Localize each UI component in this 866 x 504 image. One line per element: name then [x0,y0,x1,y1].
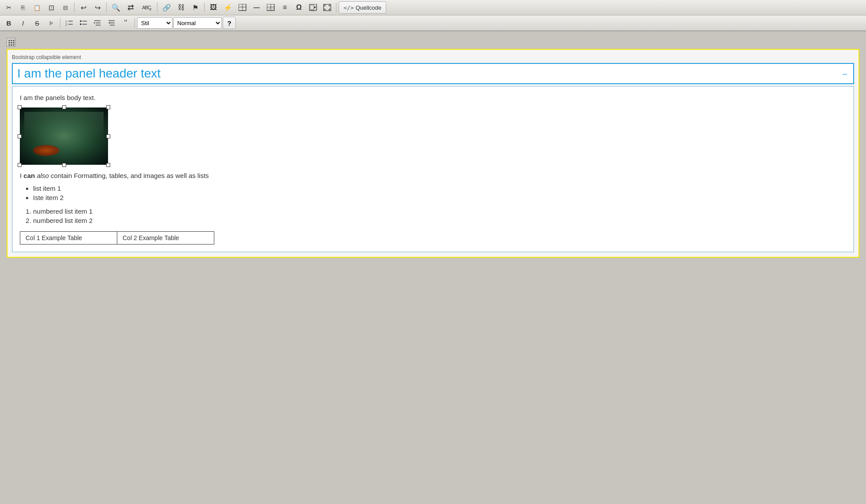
editor-area: Bootstrap collapsible element I am the p… [0,31,866,504]
panel-header-text[interactable]: I am the panel header text [17,67,161,81]
svg-marker-22 [94,22,95,24]
italic-button[interactable]: I [16,17,30,29]
handle-bottom-center[interactable] [62,163,66,167]
outdent-button[interactable] [105,17,118,29]
spellcheck-button[interactable]: ABC✓ [138,1,155,14]
media-button[interactable] [306,1,320,14]
svg-text:1.: 1. [65,20,68,23]
list-item: list item 1 [33,185,846,192]
svg-point-9 [314,7,316,8]
cut-button[interactable]: ✂ [2,1,15,14]
toolbar-row-2: B I S Ix 1.2. " Stil Normal Heading 1 He… [0,15,866,31]
handle-top-center[interactable] [62,105,66,109]
svg-point-15 [80,20,82,22]
help-button[interactable]: ? [223,17,236,29]
link-button[interactable]: 🔗 [160,1,174,14]
handle-bottom-left[interactable] [18,163,22,167]
unlink-button[interactable]: ⛓ [175,1,188,14]
handle-top-left[interactable] [18,105,22,109]
strikethrough-button[interactable]: S [30,17,44,29]
image-container[interactable] [20,107,108,165]
table-button[interactable] [236,1,249,14]
move-handle[interactable] [7,38,15,47]
paste-text-button[interactable]: ⊟ [59,1,72,14]
bold-button[interactable]: B [2,17,15,29]
bullet-list: list item 1 Iste item 2 [33,185,846,201]
paste-word-button[interactable]: ⊡ [45,1,58,14]
table-row: Col 1 Example Table Col 2 Example Table [20,232,214,245]
panel-body-text: I am the panels body text. [20,94,846,101]
svg-rect-8 [310,5,314,10]
collapsible-label: Bootstrap collapsible element [12,54,854,60]
formatting-text: I can also contain Formatting, tables, a… [20,172,846,179]
svg-text:2.: 2. [65,23,68,26]
svg-point-17 [80,23,82,25]
list-item: Iste item 2 [33,194,846,201]
paste-button[interactable]: 📋 [30,1,44,14]
copy-button[interactable]: ⎘ [16,1,30,14]
table-cell-col1: Col 1 Example Table [20,232,117,245]
handle-bottom-right[interactable] [106,163,110,167]
hr-button[interactable]: — [250,1,263,14]
quellcode-label: Quellcode [355,4,381,11]
italic-text: also [37,172,49,179]
handle-top-right[interactable] [106,105,110,109]
indent-button[interactable] [91,17,104,29]
collapsible-container: Bootstrap collapsible element I am the p… [7,49,859,258]
separator-4 [204,3,205,12]
fullscreen-button[interactable] [321,1,334,14]
undo-button[interactable]: ↩ [77,1,90,14]
separator-6 [60,18,60,28]
find-button[interactable]: 🔍 [109,1,123,14]
table-props-button[interactable] [264,1,277,14]
handle-middle-right[interactable] [106,134,110,138]
separator-1 [74,3,75,12]
list-icon-button[interactable]: ≡ [278,1,291,14]
separator-7 [134,18,135,28]
separator-2 [106,3,107,12]
separator-3 [157,3,157,12]
source-icon: </> [343,4,354,11]
special-chars-button[interactable]: Ω [292,1,306,14]
list-item: numbered list item 1 [33,208,846,215]
subscript-button[interactable]: Ix [45,17,58,29]
panel-collapse-button[interactable]: – [841,70,849,78]
format-select[interactable]: Normal Heading 1 Heading 2 Heading 3 [173,17,222,29]
numbered-list: numbered list item 1 numbered list item … [33,208,846,224]
table-cell-col2: Col 2 Example Table [117,232,214,245]
panel-header: I am the panel header text – [12,63,854,84]
bold-text: can [23,172,35,179]
ordered-list-button[interactable]: 1.2. [63,17,76,29]
cave-image [20,107,108,165]
list-item: numbered list item 2 [33,217,846,224]
separator-5 [336,3,336,12]
redo-button[interactable]: ↪ [91,1,104,14]
svg-marker-26 [108,22,110,24]
style-select[interactable]: Stil [137,17,172,29]
handle-middle-left[interactable] [18,134,22,138]
quellcode-button[interactable]: </> Quellcode [339,1,386,14]
anchor-button[interactable]: ⚑ [189,1,202,14]
example-table: Col 1 Example Table Col 2 Example Table [20,231,214,245]
replace-button[interactable]: ⇄ [124,1,137,14]
panel-body: I am the panels body text. I can also co… [12,86,854,252]
unordered-list-button[interactable] [77,17,90,29]
blockquote-button[interactable]: " [119,17,132,29]
toolbar-row-1: ✂ ⎘ 📋 ⊡ ⊟ ↩ ↪ 🔍 ⇄ ABC✓ 🔗 ⛓ ⚑ 🖼 ⚡ — ≡ Ω <… [0,0,866,15]
flash-button[interactable]: ⚡ [221,1,235,14]
image-button[interactable]: 🖼 [207,1,220,14]
